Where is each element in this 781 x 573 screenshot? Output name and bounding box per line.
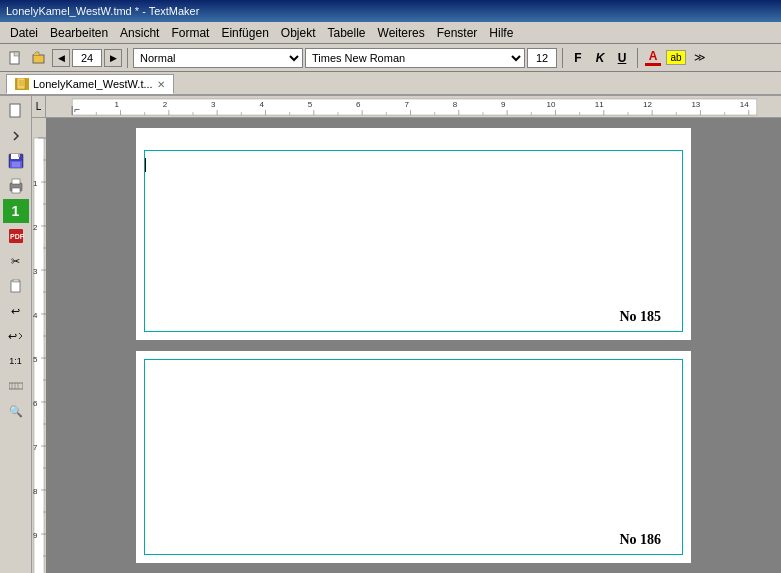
page-right-border — [682, 150, 683, 332]
italic-button[interactable]: K — [590, 48, 610, 68]
svg-text:2: 2 — [33, 223, 38, 232]
pages-area: No 185 No 186 — [46, 118, 781, 573]
style-select[interactable]: Normal — [133, 48, 303, 68]
menu-datei[interactable]: Datei — [4, 24, 44, 42]
left-cut-btn[interactable]: ✂ — [3, 249, 29, 273]
left-magnify-btn[interactable]: 🔍 — [3, 399, 29, 423]
svg-rect-19 — [13, 279, 19, 282]
menu-objekt[interactable]: Objekt — [275, 24, 322, 42]
svg-text:3: 3 — [33, 267, 38, 276]
svg-text:3: 3 — [211, 100, 216, 109]
svg-text:13: 13 — [691, 100, 700, 109]
svg-text:5: 5 — [308, 100, 313, 109]
menu-format[interactable]: Format — [165, 24, 215, 42]
left-print-btn[interactable] — [3, 174, 29, 198]
tab-bar: LonelyKamel_WestW.t... ✕ — [0, 72, 781, 96]
svg-text:2: 2 — [163, 100, 168, 109]
more-button[interactable]: ≫ — [689, 47, 711, 69]
new-button[interactable] — [4, 47, 26, 69]
page-number-input[interactable]: 24 — [72, 49, 102, 67]
svg-text:1: 1 — [33, 179, 38, 188]
sep3 — [637, 48, 638, 68]
prev-page-button[interactable]: ◀ — [52, 49, 70, 67]
svg-text:8: 8 — [33, 487, 38, 496]
title-bar: LonelyKamel_WestW.tmd * - TextMaker — [0, 0, 781, 22]
svg-text:4: 4 — [259, 100, 264, 109]
left-zoom-btn[interactable]: 1:1 — [3, 349, 29, 373]
svg-rect-25 — [72, 99, 757, 115]
text-cursor — [145, 158, 146, 172]
svg-text:7: 7 — [404, 100, 409, 109]
tab-close-button[interactable]: ✕ — [157, 79, 165, 90]
svg-text:1: 1 — [114, 100, 119, 109]
doc-scroll[interactable]: 1 2 3 4 5 6 7 8 9 — [32, 118, 781, 573]
svg-text:6: 6 — [356, 100, 361, 109]
left-ruler-btn[interactable] — [3, 374, 29, 398]
page-186-label: No 186 — [619, 532, 661, 548]
highlight-button[interactable]: ab — [665, 47, 687, 69]
underline-button[interactable]: U — [612, 48, 632, 68]
svg-rect-1 — [14, 52, 19, 56]
left-pdf-btn[interactable]: PDF — [3, 224, 29, 248]
toolbar: ◀ 24 ▶ Normal Times New Roman 12 F K U A… — [0, 44, 781, 72]
left-special-btn[interactable]: 1 — [3, 199, 29, 223]
ruler-track: ⌐ 1 2 3 4 5 6 7 — [46, 96, 781, 117]
font-color-button[interactable]: A — [643, 50, 663, 66]
svg-rect-10 — [18, 154, 20, 157]
left-save-btn[interactable] — [3, 149, 29, 173]
bold-button[interactable]: F — [568, 48, 588, 68]
svg-text:4: 4 — [33, 311, 38, 320]
svg-text:5: 5 — [33, 355, 38, 364]
svg-text:14: 14 — [740, 100, 749, 109]
open-button[interactable] — [28, 47, 50, 69]
svg-text:11: 11 — [595, 100, 604, 109]
doc-container: L ⌐ 1 2 3 4 — [32, 96, 781, 573]
svg-text:9: 9 — [501, 100, 506, 109]
menu-fenster[interactable]: Fenster — [431, 24, 484, 42]
ruler: L ⌐ 1 2 3 4 — [32, 96, 781, 118]
menu-tabelle[interactable]: Tabelle — [322, 24, 372, 42]
left-redo-expand-btn[interactable]: ↩ — [3, 324, 29, 348]
menu-weiteres[interactable]: Weiteres — [372, 24, 431, 42]
left-expand-btn[interactable] — [3, 124, 29, 148]
page-top-border — [144, 150, 683, 151]
ruler-svg: ⌐ 1 2 3 4 5 6 7 — [46, 96, 781, 117]
page-right-border-2 — [682, 359, 683, 555]
title-text: LonelyKamel_WestW.tmd * - TextMaker — [6, 5, 199, 17]
v-ruler-svg: 1 2 3 4 5 6 7 8 9 — [32, 118, 46, 573]
svg-rect-18 — [11, 281, 20, 292]
sep2 — [562, 48, 563, 68]
ruler-corner[interactable]: L — [32, 96, 46, 117]
svg-rect-7 — [10, 104, 20, 117]
menu-ansicht[interactable]: Ansicht — [114, 24, 165, 42]
sep1 — [127, 48, 128, 68]
page-185: No 185 — [136, 128, 691, 340]
menu-hilfe[interactable]: Hilfe — [483, 24, 519, 42]
next-page-button[interactable]: ▶ — [104, 49, 122, 67]
menu-bearbeiten[interactable]: Bearbeiten — [44, 24, 114, 42]
page-186: No 186 — [136, 351, 691, 563]
svg-text:10: 10 — [546, 100, 555, 109]
page-bottom-border-2 — [144, 554, 683, 555]
svg-rect-14 — [12, 179, 20, 184]
left-undo-btn[interactable]: ↩ — [3, 299, 29, 323]
svg-rect-3 — [17, 78, 25, 89]
left-paste-btn[interactable] — [3, 274, 29, 298]
page-left-border-2 — [144, 359, 145, 555]
svg-text:6: 6 — [33, 399, 38, 408]
svg-text:PDF: PDF — [10, 233, 24, 240]
svg-rect-9 — [11, 154, 19, 159]
menu-einfuegen[interactable]: Einfügen — [215, 24, 274, 42]
font-select[interactable]: Times New Roman — [305, 48, 525, 68]
font-size-input[interactable]: 12 — [527, 48, 557, 68]
document-tab[interactable]: LonelyKamel_WestW.t... ✕ — [6, 74, 174, 94]
svg-text:12: 12 — [643, 100, 652, 109]
page-185-label: No 185 — [619, 309, 661, 325]
svg-rect-15 — [12, 188, 20, 193]
left-new-btn[interactable] — [3, 99, 29, 123]
svg-rect-12 — [12, 162, 20, 167]
svg-rect-20 — [9, 383, 23, 389]
menu-bar: Datei Bearbeiten Ansicht Format Einfügen… — [0, 22, 781, 44]
page-bottom-border — [144, 331, 683, 332]
doc-icon — [15, 78, 29, 90]
